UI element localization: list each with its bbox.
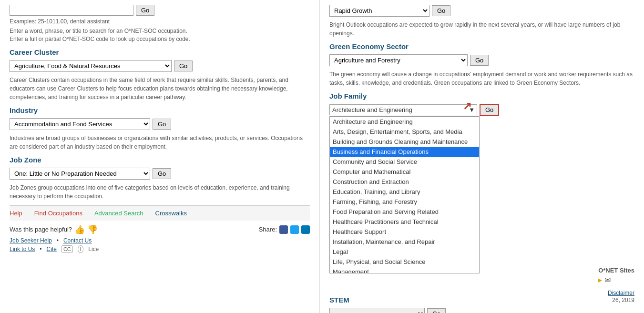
dropdown-item-legal[interactable]: Legal [330,247,479,257]
email-icon: ✉ [604,275,611,284]
dropdown-item-installation[interactable]: Installation, Maintenance, and Repair [330,237,479,247]
industry-section: Industry Accommodation and Food Services… [10,106,310,151]
career-cluster-desc: Career Clusters contain occupations in t… [10,76,310,101]
share-section: Share: [259,224,310,235]
career-cluster-title: Career Cluster [10,48,310,56]
industry-title: Industry [10,106,310,114]
dropdown-item-arts[interactable]: Arts, Design, Entertainment, Sports, and… [330,127,479,137]
helpful-section: Was this page helpful? 👍 👎 [10,224,98,235]
search-section: Go [10,5,310,16]
helpful-label: Was this page helpful? [10,226,72,233]
dropdown-item-farming[interactable]: Farming, Fishing, and Forestry [330,197,479,207]
license-text: Lice [88,246,99,252]
thumbs-down-icon[interactable]: 👎 [87,224,98,235]
rss-icon: ▸ [598,275,602,284]
green-economy-section: Green Economy Sector Agriculture and For… [329,42,634,87]
dropdown-item-community[interactable]: Community and Social Service [330,157,479,167]
dropdown-item-food[interactable]: Food Preparation and Serving Related [330,207,479,217]
contact-link[interactable]: Contact Us [63,237,92,244]
search-examples: Examples: 25-1011.00, dental assistant [10,18,310,25]
job-zone-row: One: Little or No Preparation Needed Go [10,168,310,180]
onet-sites-title: O*NET Sites [598,267,634,274]
dropdown-item-construction[interactable]: Construction and Extraction [330,177,479,187]
job-zone-section: Job Zone One: Little or No Preparation N… [10,156,310,201]
bright-outlook-select[interactable]: Rapid Growth [329,5,429,17]
industry-select[interactable]: Accommodation and Food Services [10,118,150,130]
facebook-icon[interactable] [279,225,288,234]
stem-row: --- Go [329,308,634,313]
dropdown-item-healthcare-sup[interactable]: Healthcare Support [330,227,479,237]
bright-outlook-desc: Bright Outlook occupations are expected … [329,20,634,38]
dropdown-item-building[interactable]: Building and Grounds Cleaning and Mainte… [330,137,479,147]
job-family-go-button[interactable]: Go [480,104,499,116]
bright-outlook-go-button[interactable]: Go [432,5,450,16]
job-zone-desc: Job Zones group occupations into one of … [10,183,310,201]
bright-outlook-row: Rapid Growth Go [329,5,634,17]
dropdown-item-management[interactable]: Management [330,267,479,273]
bright-outlook-section: Rapid Growth Go Bright Outlook occupatio… [329,5,634,38]
job-zone-title: Job Zone [10,156,310,164]
date-text: 26, 2019 [612,297,634,303]
industry-go-button[interactable]: Go [153,119,171,130]
job-family-title: Job Family [329,92,634,100]
industry-desc: Industries are broad groups of businesse… [10,134,310,151]
career-cluster-row: Agriculture, Food & Natural Resources Go [10,60,310,72]
advanced-search-link[interactable]: Advanced Search [94,210,143,217]
disclaimer-section: Disclaimer [608,290,634,296]
job-family-input-wrap: Architecture and Engineering ▼ Go ↗ Arch… [329,104,499,116]
bottom-links: Job Seeker Help • Contact Us [10,237,310,244]
search-input[interactable] [10,5,133,16]
dropdown-item-life[interactable]: Life, Physical, and Social Science [330,257,479,267]
job-zone-select[interactable]: One: Little or No Preparation Needed [10,168,150,180]
green-economy-select[interactable]: Agriculture and Forestry [329,54,468,66]
green-economy-title: Green Economy Sector [329,42,634,50]
job-family-display[interactable]: Architecture and Engineering ▼ [329,104,477,115]
job-family-row: Architecture and Engineering ▼ Go ↗ Arch… [329,104,634,116]
twitter-icon[interactable] [290,225,299,234]
job-seeker-link[interactable]: Job Seeker Help [10,237,52,244]
cite-link[interactable]: Cite [47,246,57,252]
stem-title: STEM [329,296,634,304]
dropdown-item-healthcare-prac[interactable]: Healthcare Practitioners and Technical [330,217,479,227]
crosswalks-link[interactable]: Crosswalks [155,210,187,217]
footer-links-bar: Help Find Occupations Advanced Search Cr… [10,205,310,221]
share-label: Share: [259,226,277,233]
dropdown-item-architecture[interactable]: Architecture and Engineering [330,117,479,127]
dropdown-item-computer[interactable]: Computer and Mathematical [330,167,479,177]
stem-section: STEM --- Go hnology, engineering, [329,296,634,313]
disclaimer-link[interactable]: Disclaimer [608,290,634,296]
stem-select[interactable]: --- [329,308,425,313]
find-occupations-link[interactable]: Find Occupations [34,210,82,217]
search-go-button[interactable]: Go [136,5,154,16]
job-zone-go-button[interactable]: Go [153,168,171,179]
dropdown-item-business[interactable]: Business and Financial Operations [330,147,479,157]
green-economy-desc: The green economy will cause a change in… [329,70,634,87]
arrow-indicator: ↗ [463,100,471,112]
help-link[interactable]: Help [10,210,22,217]
onet-sites-section: O*NET Sites ▸ ✉ [598,267,634,284]
bottom-links2: Link to Us • Cite CC i Lice [10,245,310,253]
stem-go-button[interactable]: Go [427,308,446,313]
linkedin-icon[interactable] [301,225,310,234]
thumbs-up-icon[interactable]: 👍 [74,224,85,235]
date-section: 26, 2019 [612,297,634,303]
industry-row: Accommodation and Food Services Go [10,118,310,130]
green-economy-go-button[interactable]: Go [470,55,489,66]
link-to-us-link[interactable]: Link to Us [10,246,35,252]
bottom-footer: Was this page helpful? 👍 👎 Share: [10,224,310,235]
career-cluster-select[interactable]: Agriculture, Food & Natural Resources [10,60,172,72]
job-family-dropdown: Architecture and Engineering Arts, Desig… [329,116,480,273]
career-cluster-go-button[interactable]: Go [174,61,193,71]
search-desc: Enter a word, phrase, or title to search… [10,27,310,43]
job-family-section: Job Family Architecture and Engineering … [329,92,634,127]
dropdown-item-education[interactable]: Education, Training, and Library [330,187,479,197]
career-cluster-section: Career Cluster Agriculture, Food & Natur… [10,48,310,101]
green-economy-row: Agriculture and Forestry Go [329,54,634,66]
